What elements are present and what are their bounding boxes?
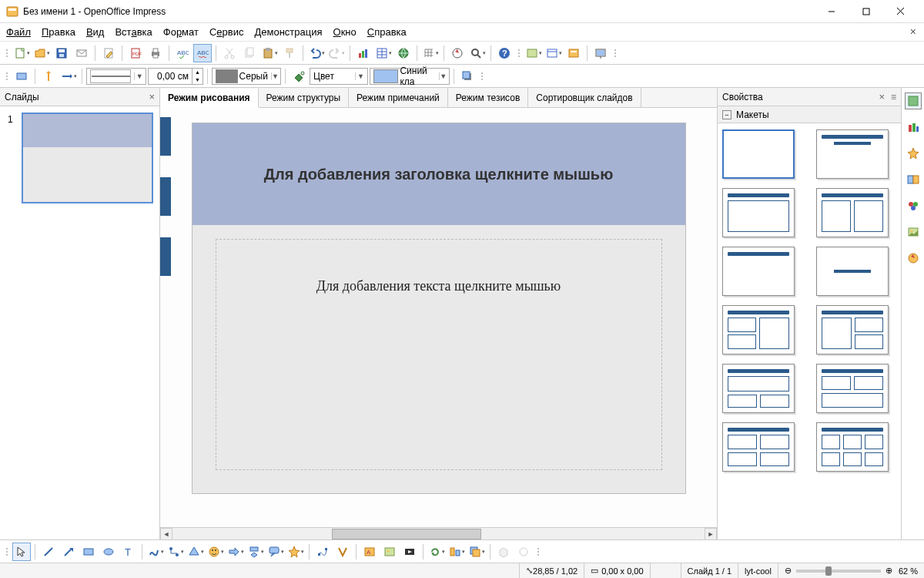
- hyperlink-button[interactable]: [394, 44, 413, 62]
- slide-transition-icon[interactable]: [905, 171, 922, 188]
- custom-animation-icon[interactable]: [905, 145, 922, 162]
- glue-points-tool[interactable]: [333, 543, 352, 561]
- layout-title-content[interactable]: [722, 188, 795, 237]
- tab-sorter[interactable]: Сортировщик слайдов: [528, 88, 641, 107]
- interaction-tool[interactable]: [514, 543, 533, 561]
- master-pages-icon[interactable]: [905, 119, 922, 136]
- menu-format[interactable]: Формат: [163, 26, 199, 38]
- menu-close-icon[interactable]: ×: [910, 25, 916, 38]
- slide-master-button[interactable]: [564, 44, 583, 62]
- email-button[interactable]: [72, 44, 91, 62]
- connector-tool[interactable]: [166, 543, 185, 561]
- layout-two-one[interactable]: [722, 305, 795, 355]
- area-fill-button[interactable]: [290, 67, 308, 86]
- drawbar-grip[interactable]: [5, 548, 9, 556]
- navigator-deck-icon[interactable]: [905, 250, 922, 267]
- slide-canvas[interactable]: Для добавления заголовка щелкните мышью …: [160, 108, 717, 527]
- ellipse-tool[interactable]: [99, 543, 118, 561]
- gallery-icon[interactable]: [905, 223, 922, 240]
- flowchart-tool[interactable]: [246, 543, 265, 561]
- symbol-shapes-tool[interactable]: [206, 543, 225, 561]
- select-tool[interactable]: [12, 543, 31, 561]
- toolbar2-end-grip[interactable]: [480, 72, 484, 80]
- slide-design-button[interactable]: [524, 44, 543, 62]
- arrow-ends-button[interactable]: [39, 67, 58, 86]
- styles-icon[interactable]: [905, 197, 922, 214]
- collapse-icon[interactable]: −: [722, 110, 732, 119]
- layout-blank[interactable]: [722, 129, 795, 179]
- menu-window[interactable]: Окно: [333, 26, 357, 38]
- grid-button[interactable]: [421, 44, 440, 62]
- menu-help[interactable]: Справка: [367, 26, 407, 38]
- layout-four[interactable]: [722, 422, 795, 472]
- layout-title-only[interactable]: [722, 247, 795, 296]
- edit-file-button[interactable]: [99, 44, 118, 62]
- fill-type-combo[interactable]: Цвет ▼: [310, 68, 368, 85]
- properties-close-icon[interactable]: ×: [879, 91, 885, 102]
- menu-insert[interactable]: Вставка: [115, 26, 152, 38]
- properties-deck-icon[interactable]: [905, 92, 922, 109]
- scroll-track[interactable]: [172, 528, 705, 540]
- points-tool[interactable]: [313, 543, 332, 561]
- block-arrows-tool[interactable]: [226, 543, 245, 561]
- print-button[interactable]: [146, 44, 165, 62]
- shadow-button[interactable]: [458, 67, 477, 86]
- menu-view[interactable]: Вид: [86, 26, 105, 38]
- menu-demo[interactable]: Демонстрация: [254, 26, 322, 38]
- table-button[interactable]: [374, 44, 393, 62]
- extrusion-tool[interactable]: [494, 543, 513, 561]
- slides-list[interactable]: 1: [0, 106, 159, 539]
- zoom-button[interactable]: [468, 44, 487, 62]
- master-tab-2[interactable]: [160, 177, 171, 216]
- format-paintbrush-button[interactable]: [280, 44, 299, 62]
- menu-file[interactable]: Файл: [6, 26, 31, 38]
- help-button[interactable]: ?: [495, 44, 514, 62]
- spellcheck-button[interactable]: ABC: [173, 44, 192, 62]
- fill-color-combo[interactable]: Синий кла ▼: [370, 68, 450, 85]
- undo-button[interactable]: [307, 44, 326, 62]
- tab-handout[interactable]: Режим тезисов: [448, 88, 529, 107]
- redo-button[interactable]: [327, 44, 346, 62]
- arrange-tool[interactable]: [467, 543, 486, 561]
- layout-two-over[interactable]: [816, 364, 889, 413]
- properties-menu-icon[interactable]: ≡: [891, 92, 896, 102]
- paste-button[interactable]: [260, 44, 279, 62]
- layout-title[interactable]: [816, 129, 889, 179]
- toolbar-grip-2[interactable]: [517, 49, 521, 57]
- slide[interactable]: Для добавления заголовка щелкните мышью …: [192, 123, 685, 493]
- tab-outline[interactable]: Режим структуры: [259, 88, 350, 107]
- content-placeholder[interactable]: Для добавления текста щелкните мышью: [216, 239, 662, 470]
- rectangle-tool[interactable]: [79, 543, 98, 561]
- layouts-section-header[interactable]: − Макеты: [718, 106, 901, 123]
- basic-shapes-tool[interactable]: [186, 543, 205, 561]
- layout-one-two[interactable]: [816, 305, 889, 355]
- cut-button[interactable]: [220, 44, 239, 62]
- scroll-right-icon[interactable]: ►: [705, 528, 717, 540]
- navigator-button[interactable]: [448, 44, 467, 62]
- menu-tools[interactable]: Сервис: [209, 26, 244, 38]
- autospell-button[interactable]: ABC: [193, 44, 212, 62]
- zoom-slider-thumb[interactable]: [825, 566, 832, 576]
- tab-notes[interactable]: Режим примечаний: [349, 88, 448, 107]
- callouts-tool[interactable]: [266, 543, 285, 561]
- copy-button[interactable]: [240, 44, 259, 62]
- zoom-value[interactable]: 62 %: [899, 566, 918, 576]
- save-button[interactable]: [52, 44, 71, 62]
- line-style-button[interactable]: [12, 67, 31, 86]
- from-file-tool[interactable]: [380, 543, 399, 561]
- spin-down[interactable]: ▼: [192, 76, 203, 84]
- close-button[interactable]: [883, 0, 918, 23]
- tab-drawing[interactable]: Режим рисования: [160, 89, 259, 108]
- layout-centered[interactable]: [816, 247, 889, 296]
- minimize-button[interactable]: [814, 0, 849, 23]
- line-endings-button[interactable]: [59, 67, 78, 86]
- stars-tool[interactable]: [286, 543, 305, 561]
- horizontal-scrollbar[interactable]: ◄ ►: [160, 527, 717, 539]
- text-tool[interactable]: T: [119, 543, 138, 561]
- rotate-tool[interactable]: [427, 543, 446, 561]
- slides-panel-close-icon[interactable]: ×: [149, 91, 155, 102]
- maximize-button[interactable]: [849, 0, 883, 23]
- open-button[interactable]: [32, 44, 51, 62]
- align-tool[interactable]: [447, 543, 466, 561]
- zoom-slider[interactable]: [796, 570, 881, 573]
